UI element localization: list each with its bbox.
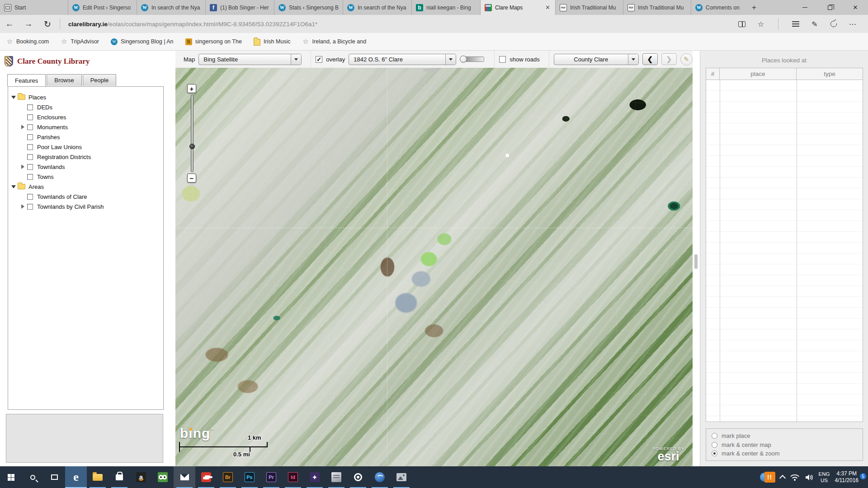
taskbar-button[interactable] [326, 466, 347, 488]
radio-button[interactable] [712, 442, 717, 448]
tree-row[interactable]: Monuments [11, 122, 160, 132]
vertical-scrollbar[interactable] [694, 254, 698, 269]
checkbox[interactable] [27, 134, 33, 140]
taskbar-button[interactable]: Br [217, 466, 239, 488]
taskbar-button[interactable] [369, 466, 391, 488]
zoom-out-button[interactable]: − [187, 174, 196, 183]
more-options-icon[interactable]: ⋯ [848, 19, 857, 28]
taskbar-button[interactable]: a [130, 466, 152, 488]
reading-view-icon[interactable] [737, 19, 746, 28]
tree-expander-icon[interactable] [11, 185, 16, 188]
checkbox[interactable] [27, 154, 33, 160]
tree-expander-icon[interactable] [20, 204, 25, 209]
favorite-item[interactable]: ☆ TripAdvisor [61, 38, 99, 45]
taskbar-button[interactable] [108, 466, 130, 488]
taskbar-clock[interactable]: 4:37 PM 4/11/2016 [835, 470, 859, 484]
tree-row[interactable]: Townlands by Civil Parish [11, 202, 160, 211]
tree-row[interactable]: Parishes [11, 132, 160, 142]
taskbar-button[interactable]: Pr [260, 466, 282, 488]
radio-button[interactable] [712, 450, 717, 456]
taskbar-button[interactable] [174, 466, 195, 488]
marker-mode-option[interactable]: mark place [712, 432, 857, 439]
share-icon[interactable] [829, 19, 838, 28]
overlay-select[interactable]: 1842 O.S. 6" Clare [349, 54, 456, 65]
tree-row[interactable]: Enclosures [11, 112, 160, 122]
zoom-in-button[interactable]: + [187, 84, 196, 93]
browser-tab[interactable]: (1) Bob Singer - Her ✕ [205, 0, 274, 15]
browser-tab[interactable]: Start ✕ [0, 0, 68, 15]
chevron-down-icon[interactable] [291, 54, 301, 65]
taskbar-button[interactable] [43, 466, 65, 488]
favorite-item[interactable]: Irish Music [254, 38, 291, 46]
favorite-star-icon[interactable]: ☆ [756, 19, 765, 28]
tree-row[interactable]: Areas [11, 182, 160, 192]
taskbar-button[interactable] [0, 466, 22, 488]
taskbar-button[interactable]: Ps [239, 466, 260, 488]
url-field[interactable]: clarelibrary.ie/eolas/coclare/maps/genma… [63, 21, 726, 28]
browser-tab[interactable]: In search of the Nya ✕ [137, 0, 205, 15]
tree-row[interactable]: Places [11, 92, 160, 102]
taskbar-button[interactable]: e [65, 466, 87, 488]
tree-row[interactable]: Townlands [11, 162, 160, 172]
forward-button[interactable]: → [19, 19, 38, 29]
favorite-item[interactable]: ☆ Ireland, a Bicycle and [302, 38, 367, 45]
taskbar-button[interactable] [391, 466, 412, 488]
taskbar-button[interactable] [22, 466, 43, 488]
refresh-button[interactable]: ↻ [38, 19, 57, 29]
overlay-opacity-slider[interactable] [460, 56, 485, 63]
show-hidden-icons-chevron[interactable] [779, 475, 786, 481]
map-viewport[interactable]: + − bing™ 1 km 0.5 mi POWERED BY esri [175, 68, 693, 466]
history-back-button[interactable]: ❮ [642, 53, 658, 65]
checkbox[interactable] [27, 144, 33, 150]
checkbox[interactable] [27, 174, 33, 180]
chevron-down-icon[interactable] [445, 54, 456, 65]
overlay-checkbox[interactable]: ✓ [316, 56, 322, 63]
favorite-item[interactable]: Singersong Blog | An [111, 38, 174, 45]
checkbox[interactable] [27, 164, 33, 170]
taskbar-button[interactable] [347, 466, 369, 488]
marker-mode-option[interactable]: mark & center & zoom [712, 450, 857, 457]
browser-tab[interactable]: niall keegan - Bing ✕ [411, 0, 480, 15]
tree-row[interactable]: DEDs [11, 102, 160, 112]
favorite-item[interactable]: ☆ Booking.com [6, 38, 49, 45]
browser-tab[interactable]: Irish Traditional Mu ✕ [623, 0, 691, 15]
minimize-button[interactable] [792, 0, 817, 15]
web-note-icon[interactable]: ✎ [810, 19, 819, 28]
sidebar-tab[interactable]: Browse [47, 74, 81, 86]
checkbox[interactable] [27, 104, 33, 110]
browser-tab[interactable]: Edit Post ‹ Singerso ✕ [68, 0, 137, 15]
area-select[interactable]: County Clare [554, 54, 639, 65]
back-button[interactable]: ← [0, 19, 19, 29]
show-roads-checkbox[interactable] [499, 56, 506, 63]
zoom-slider-track[interactable] [191, 94, 193, 172]
new-tab-button[interactable]: + [744, 0, 764, 15]
browser-tab[interactable]: Irish Traditional Mu ✕ [555, 0, 623, 15]
radio-button[interactable] [712, 433, 717, 439]
browser-tab[interactable]: Stats ‹ Singersong B ✕ [274, 0, 343, 15]
tree-row[interactable]: Townlands of Clare [11, 192, 160, 202]
horizontal-scrollbar[interactable] [423, 69, 438, 71]
checkbox[interactable] [27, 204, 33, 210]
marker-mode-option[interactable]: mark & center map [712, 441, 857, 448]
chevron-down-icon[interactable] [628, 54, 638, 65]
tray-overflow-cluster[interactable]: !! [760, 472, 775, 483]
checkbox[interactable] [27, 114, 33, 120]
checkbox[interactable] [27, 124, 33, 130]
tree-row[interactable]: Poor Law Unions [11, 142, 160, 152]
language-indicator[interactable]: ENG US [819, 471, 830, 483]
volume-icon[interactable] [805, 474, 814, 481]
sidebar-tab[interactable]: Features [7, 74, 46, 86]
wifi-icon[interactable] [790, 474, 800, 481]
tab-close-icon[interactable]: ✕ [544, 4, 551, 11]
tree-expander-icon[interactable] [11, 96, 16, 99]
browser-tab[interactable]: Clare Maps ✕ [480, 0, 555, 15]
hub-icon[interactable] [791, 19, 800, 28]
alerts-tray-icon[interactable]: !! [764, 472, 775, 483]
restore-button[interactable] [817, 0, 843, 15]
tree-expander-icon[interactable] [20, 125, 25, 129]
taskbar-button[interactable]: Id [282, 466, 304, 488]
browser-tab[interactable]: Comments on “In se ✕ [691, 0, 744, 15]
tree-expander-icon[interactable] [20, 164, 25, 169]
checkbox[interactable] [27, 194, 33, 200]
zoom-slider-thumb[interactable] [189, 144, 195, 149]
